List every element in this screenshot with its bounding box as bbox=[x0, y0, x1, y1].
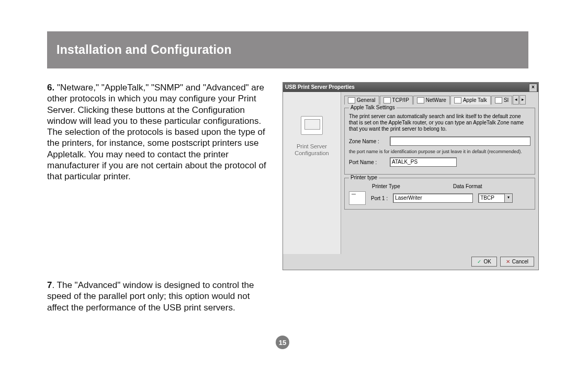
step-7-paragraph: 7. The "Advanced" window is designed to … bbox=[47, 280, 272, 313]
close-icon[interactable]: × bbox=[529, 84, 537, 92]
print-server-icon bbox=[301, 116, 323, 135]
port-name-note: the port name is for identification purp… bbox=[349, 149, 530, 154]
step-6-paragraph: 6. "Netware," "AppleTalk," "SNMP" and "A… bbox=[47, 82, 272, 182]
appletalk-desc: The print server can automatically searc… bbox=[349, 113, 530, 132]
col-printer-type: Printer Type bbox=[372, 183, 448, 189]
dialog-sidebar: Print Server Configuration bbox=[283, 92, 341, 254]
tab-scroll-left[interactable]: ◂ bbox=[513, 95, 519, 105]
section-header: Installation and Configuration bbox=[47, 31, 528, 68]
appletalk-icon bbox=[454, 97, 461, 103]
tab-netware[interactable]: NetWare bbox=[413, 96, 450, 105]
cancel-button[interactable]: Cancel bbox=[500, 257, 534, 267]
tab-scroll-right[interactable]: ▸ bbox=[519, 95, 526, 105]
printer-type-input[interactable]: LaserWriter bbox=[393, 193, 473, 203]
snmp-icon bbox=[495, 97, 502, 103]
col-data-format: Data Format bbox=[453, 183, 493, 189]
tab-tcpip[interactable]: TCP/IP bbox=[380, 96, 413, 105]
dialog-titlebar: USB Print Server Properties × bbox=[283, 83, 538, 92]
general-icon bbox=[348, 97, 355, 103]
step-6-number: 6. bbox=[47, 83, 54, 93]
tab-snmp-partial[interactable]: SI bbox=[491, 96, 512, 105]
step-6-text: "Netware," "AppleTalk," "SNMP" and "Adva… bbox=[47, 83, 266, 181]
port-name-input[interactable]: ATALK_PS bbox=[390, 157, 457, 167]
x-icon bbox=[506, 259, 510, 264]
tab-general[interactable]: General bbox=[344, 96, 379, 105]
check-icon bbox=[477, 259, 481, 264]
chevron-down-icon[interactable]: ▾ bbox=[504, 194, 512, 202]
port1-label: Port 1 : bbox=[371, 195, 388, 201]
port-name-label: Port Name : bbox=[349, 159, 386, 165]
printer-icon bbox=[349, 191, 366, 205]
zone-name-input[interactable] bbox=[390, 136, 530, 146]
printer-type-group: Printer type Printer Type Data Format Po… bbox=[344, 178, 535, 210]
page-number-badge: 15 bbox=[276, 336, 289, 349]
appletalk-settings-group: Apple Talk Settings The print server can… bbox=[344, 108, 535, 175]
tab-strip: General TCP/IP NetWare Apple Talk SI ◂ ▸ bbox=[344, 95, 535, 105]
dialog-title: USB Print Server Properties bbox=[285, 84, 355, 90]
step-7-text: . The "Advanced" window is designed to c… bbox=[47, 280, 254, 313]
ok-button[interactable]: OK bbox=[471, 257, 496, 267]
netware-icon bbox=[417, 97, 424, 103]
tcpip-icon bbox=[383, 97, 391, 103]
data-format-select[interactable]: TBCP ▾ bbox=[478, 193, 513, 203]
printer-type-legend: Printer type bbox=[349, 175, 379, 180]
sidebar-label: Print Server Configuration bbox=[283, 143, 341, 157]
appletalk-legend: Apple Talk Settings bbox=[349, 105, 397, 110]
tab-appletalk[interactable]: Apple Talk bbox=[450, 96, 491, 105]
zone-name-label: Zone Name : bbox=[349, 139, 386, 144]
properties-dialog: USB Print Server Properties × Print Serv… bbox=[282, 82, 539, 270]
